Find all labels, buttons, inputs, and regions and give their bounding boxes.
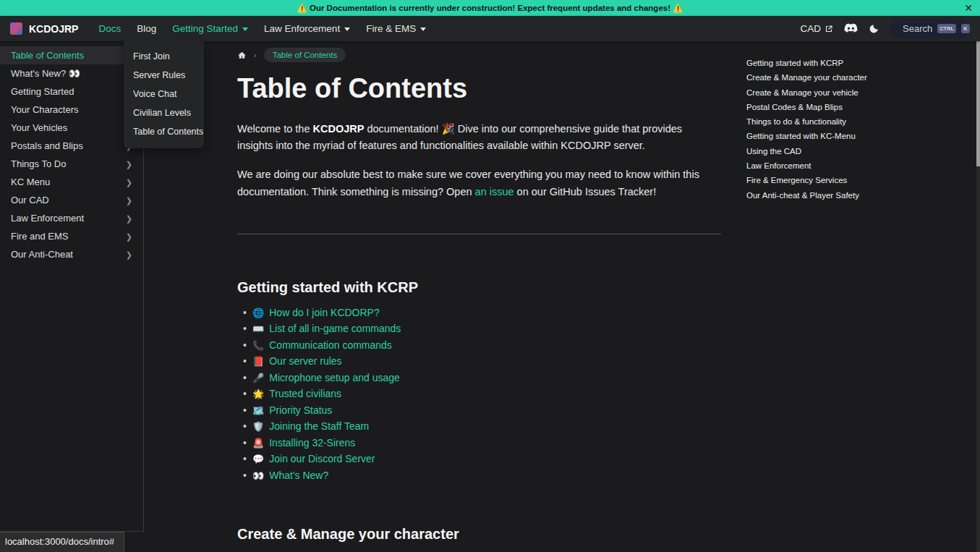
speech-balloon-icon: 💬 (252, 454, 264, 464)
sidebar-item-your-vehicles[interactable]: Your Vehicles (0, 119, 143, 137)
list-item: 🚨Installing 32-Sirens (252, 438, 723, 449)
sidebar-item-fire-and-ems[interactable]: Fire and EMS (0, 227, 143, 245)
doc-link[interactable]: Trusted civilians (269, 388, 341, 399)
toc-item[interactable]: Things to do & functionality (746, 118, 898, 127)
announcement-text: ⚠️ Our Documentation is currently under … (297, 3, 683, 13)
breadcrumb: › Table of Contents (237, 48, 723, 62)
dropdown-item-civilian-levels[interactable]: Civilian Levels (124, 103, 204, 122)
discord-icon[interactable] (844, 23, 858, 34)
sidebar-item-whats-new[interactable]: What's New? 👀 (0, 64, 143, 82)
red-book-icon: 📕 (252, 356, 264, 367)
doc-link[interactable]: List of all in-game commands (269, 323, 401, 334)
sidebar-item-kc-menu[interactable]: KC Menu (0, 173, 143, 191)
sidebar-item-getting-started[interactable]: Getting Started (0, 82, 143, 101)
toc-item[interactable]: Using the CAD (746, 148, 898, 156)
list-item: ⌨️List of all in-game commands (252, 323, 723, 334)
nav-cad-link[interactable]: CAD (800, 23, 833, 34)
sidebar-item-postals-and-blips[interactable]: Postals and Blips (0, 137, 143, 155)
list-item: 🌟Trusted civilians (252, 388, 723, 399)
nav-getting-started[interactable]: Getting Started (164, 16, 256, 41)
toc-item[interactable]: Postal Codes & Map Blips (746, 103, 898, 112)
list-item: 🎤Microphone setup and usage (252, 373, 723, 383)
doc-link[interactable]: How do I join KCDORP? (269, 307, 380, 318)
map-icon: 🗺️ (252, 405, 264, 416)
doc-link[interactable]: Our server rules (269, 355, 341, 367)
list-item: 📕Our server rules (252, 356, 723, 367)
shield-icon: 🛡️ (252, 421, 264, 432)
search-input[interactable]: Search CTRL K (890, 20, 970, 38)
chevron-right-icon (126, 213, 132, 224)
section-heading-getting-started: Getting started with KCRP (237, 279, 723, 296)
doc-link[interactable]: What's New? (269, 470, 328, 481)
external-link-icon (825, 25, 833, 33)
announcement-bar: ⚠️ Our Documentation is currently under … (0, 0, 980, 16)
section-heading-character: Create & Manage your character (237, 526, 723, 543)
toc-item[interactable]: Getting started with KC-Menu (746, 132, 898, 141)
doc-link[interactable]: Communication commands (269, 339, 392, 351)
chevron-down-icon (344, 27, 350, 31)
dropdown-item-voice-chat[interactable]: Voice Chat (124, 85, 204, 103)
doc-link[interactable]: Join our Discord Server (269, 453, 375, 464)
siren-icon: 🚨 (252, 438, 264, 449)
sidebar-item-things-to-do[interactable]: Things To Do (0, 155, 143, 173)
breadcrumb-current[interactable]: Table of Contents (264, 48, 346, 62)
glowing-star-icon: 🌟 (252, 388, 264, 399)
eyes-icon: 👀 (252, 470, 264, 481)
list-item: 💬Join our Discord Server (252, 454, 723, 464)
list-item: 🗺️Priority Status (252, 405, 723, 416)
nav-fire-ems[interactable]: Fire & EMS (358, 16, 434, 41)
dropdown-item-first-join[interactable]: First Join (124, 47, 204, 66)
page-title: Table of Contents (237, 73, 723, 104)
toc-item[interactable]: Fire & Emergency Services (746, 177, 898, 185)
doc-content: › Table of Contents Table of Contents We… (237, 48, 723, 552)
chevron-right-icon (126, 158, 132, 169)
dropdown-item-table-of-contents[interactable]: Table of Contents (124, 122, 204, 141)
home-icon[interactable] (237, 51, 247, 60)
sidebar-item-your-characters[interactable]: Your Characters (0, 101, 143, 119)
dropdown-item-server-rules[interactable]: Server Rules (124, 66, 204, 85)
breadcrumb-separator: › (254, 51, 257, 59)
chevron-down-icon (242, 27, 248, 31)
doc-link[interactable]: Installing 32-Sirens (269, 437, 355, 449)
microphone-icon: 🎤 (252, 373, 264, 383)
an-issue-link[interactable]: an issue (475, 186, 514, 198)
list-item: 📞Communication commands (252, 340, 723, 351)
nav-blog[interactable]: Blog (129, 16, 164, 41)
page-scrollbar[interactable] (976, 16, 980, 552)
list-item: 🌐How do I join KCDORP? (252, 307, 723, 318)
brand-bold: KCDOJRP (313, 123, 365, 135)
doc-link[interactable]: Joining the Staff Team (269, 420, 369, 432)
brand-title[interactable]: KCDOJRP (29, 23, 78, 35)
status-url-tooltip: localhost:3000/docs/intro# (0, 532, 124, 552)
toc-item[interactable]: Law Enforcement (746, 162, 898, 171)
dark-mode-toggle-moon-icon[interactable] (869, 23, 879, 34)
doc-sidebar: Table of Contents What's New? 👀 Getting … (0, 41, 144, 532)
toc-item[interactable]: Create & Manage your character (746, 74, 898, 82)
page-toc: Getting started with KCRP Create & Manag… (746, 59, 898, 206)
feedback-paragraph: We are doing our absolute best to make s… (237, 166, 716, 200)
chevron-right-icon (126, 231, 132, 242)
chevron-down-icon (420, 27, 426, 31)
site-logo[interactable] (10, 22, 22, 35)
toc-item[interactable]: Our Anti-cheat & Player Safety (746, 192, 898, 200)
toc-item[interactable]: Create & Manage your vehicle (746, 89, 898, 98)
telephone-icon: 📞 (252, 340, 264, 351)
nav-law-enforcement[interactable]: Law Enforcement (256, 16, 358, 41)
sidebar-item-our-cad[interactable]: Our CAD (0, 191, 143, 209)
globe-icon: 🌐 (252, 307, 264, 318)
sidebar-item-our-anti-cheat[interactable]: Our Anti-Cheat (0, 245, 143, 263)
close-icon[interactable]: ✕ (960, 0, 976, 16)
chevron-right-icon (126, 177, 132, 187)
kbd-k: K (961, 24, 969, 33)
chevron-right-icon (126, 195, 132, 205)
keyboard-icon: ⌨️ (252, 323, 264, 334)
chevron-right-icon (126, 249, 132, 260)
toc-item[interactable]: Getting started with KCRP (746, 59, 898, 68)
sidebar-item-table-of-contents[interactable]: Table of Contents (0, 46, 143, 64)
nav-docs[interactable]: Docs (90, 16, 129, 41)
list-item: 👀What's New? (252, 470, 723, 481)
doc-link[interactable]: Microphone setup and usage (269, 372, 400, 383)
doc-link[interactable]: Priority Status (269, 404, 332, 416)
kbd-ctrl: CTRL (937, 24, 956, 33)
sidebar-item-law-enforcement[interactable]: Law Enforcement (0, 209, 143, 227)
